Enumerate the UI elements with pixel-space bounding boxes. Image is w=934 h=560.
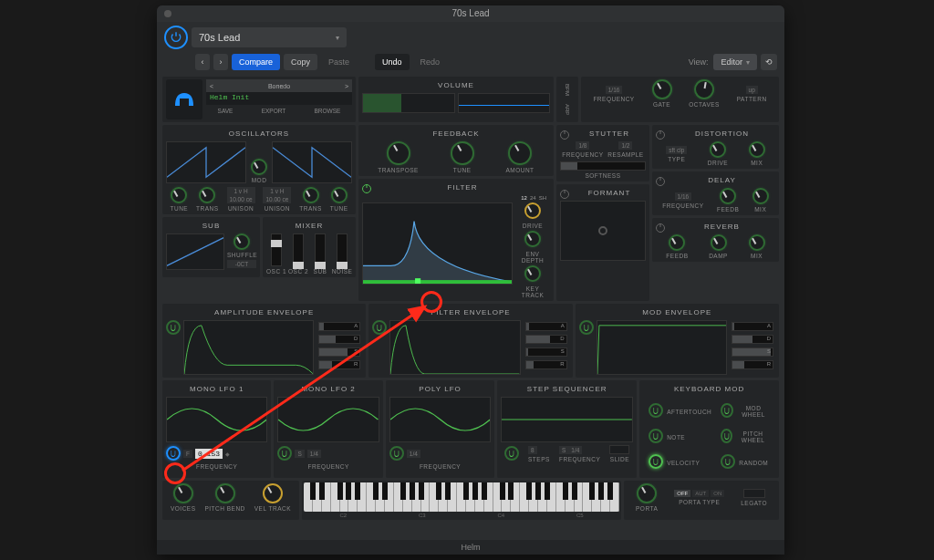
- export-button[interactable]: EXPORT: [262, 108, 286, 114]
- compare-button[interactable]: Compare: [232, 54, 280, 70]
- arp-pattern-value[interactable]: up: [746, 86, 758, 94]
- filter-envdepth-knob[interactable]: [524, 231, 541, 247]
- filter-slope-12[interactable]: 12: [521, 195, 527, 201]
- delay-mix-knob[interactable]: [752, 188, 769, 204]
- step-slide[interactable]: [609, 445, 629, 454]
- filter-graph[interactable]: [362, 202, 513, 285]
- browse-button[interactable]: BROWSE: [314, 108, 340, 114]
- redo-button[interactable]: Redo: [413, 54, 448, 70]
- polylfo-display[interactable]: [389, 397, 491, 442]
- filter-env-mod-icon[interactable]: ⋃: [372, 320, 387, 335]
- osc1-unison-voices[interactable]: 1 v H: [227, 187, 255, 195]
- osc2-tune-knob[interactable]: [331, 187, 348, 203]
- window-close[interactable]: [164, 10, 171, 17]
- link-button[interactable]: ⟲: [761, 54, 777, 70]
- km-modwheel[interactable]: ⋃: [721, 403, 733, 418]
- osc1-tune-knob[interactable]: [171, 187, 187, 203]
- lfo1-display[interactable]: [166, 397, 267, 442]
- lfo2-display[interactable]: [277, 397, 379, 442]
- km-pitchwheel[interactable]: ⋃: [721, 429, 732, 443]
- reverb-mix-knob[interactable]: [749, 234, 765, 251]
- distortion-mix-knob[interactable]: [749, 141, 765, 158]
- undo-button[interactable]: Undo: [375, 54, 410, 70]
- legato-toggle[interactable]: [743, 489, 765, 498]
- preset-next[interactable]: >: [345, 83, 348, 89]
- volume-slider[interactable]: [362, 93, 455, 113]
- step-display[interactable]: [501, 397, 633, 442]
- paste-button[interactable]: Paste: [321, 54, 357, 70]
- osc1-trans-knob[interactable]: [199, 187, 215, 203]
- power-button[interactable]: [164, 26, 188, 49]
- copy-button[interactable]: Copy: [284, 54, 317, 70]
- vel-track-knob[interactable]: [263, 483, 283, 503]
- mixer-osc1[interactable]: [271, 233, 282, 266]
- lfo1-freq-value[interactable]: 0.153: [195, 449, 223, 459]
- osc2-unison-voices[interactable]: 1 v H: [263, 187, 291, 195]
- filter-drive-knob[interactable]: [524, 202, 541, 219]
- delay-power[interactable]: [656, 177, 665, 186]
- mixer-noise[interactable]: [337, 233, 348, 266]
- filt-a[interactable]: A: [525, 322, 567, 331]
- mod-env-graph[interactable]: [597, 320, 727, 375]
- preset-dropdown[interactable]: 70s Lead ▾: [192, 27, 347, 47]
- amp-env-mod-icon[interactable]: ⋃: [166, 320, 181, 335]
- osc2-display[interactable]: [272, 141, 352, 183]
- piano-keyboard[interactable]: [304, 482, 619, 512]
- km-velocity[interactable]: ⋃: [649, 454, 663, 469]
- polylfo-rate[interactable]: 1/4: [407, 450, 420, 458]
- mixer-sub[interactable]: [315, 233, 326, 266]
- mod-env-mod-icon[interactable]: ⋃: [579, 320, 594, 335]
- osc2-unison-detune[interactable]: 10.00 ce: [263, 195, 291, 203]
- formant-power[interactable]: [560, 190, 569, 199]
- reverb-feedb-knob[interactable]: [669, 234, 685, 251]
- lfo2-mod-source[interactable]: ⋃: [277, 446, 292, 461]
- portamento-knob[interactable]: [637, 483, 657, 503]
- stutter-softness[interactable]: [560, 161, 646, 171]
- mod-r[interactable]: R: [732, 360, 773, 369]
- arp-octaves-knob[interactable]: [694, 79, 714, 99]
- save-button[interactable]: SAVE: [218, 108, 234, 114]
- formant-xy[interactable]: [560, 201, 646, 261]
- amp-env-graph[interactable]: [183, 320, 314, 375]
- reverb-power[interactable]: [656, 223, 665, 233]
- km-aftertouch[interactable]: ⋃: [649, 403, 663, 418]
- osc1-unison-detune[interactable]: 10.00 ce: [227, 195, 255, 203]
- mixer-osc2[interactable]: [293, 233, 304, 266]
- lfo2-sync[interactable]: S: [295, 450, 304, 458]
- mod-d[interactable]: D: [732, 335, 773, 344]
- filt-d[interactable]: D: [525, 335, 567, 344]
- km-random[interactable]: ⋃: [721, 454, 735, 469]
- filt-r[interactable]: R: [525, 360, 567, 369]
- filter-slope-24[interactable]: 24: [530, 195, 536, 201]
- porta-type-toggle[interactable]: OFFAUTON: [674, 490, 724, 497]
- reverb-damp-knob[interactable]: [711, 234, 727, 251]
- mod-s[interactable]: S: [732, 347, 773, 357]
- stutter-power[interactable]: [560, 130, 569, 140]
- stutter-freq-value[interactable]: 1/8: [576, 141, 589, 150]
- sub-display[interactable]: [166, 233, 224, 270]
- feedback-amount-knob[interactable]: [508, 141, 532, 165]
- lfo1-mod-source[interactable]: ⋃: [166, 446, 181, 461]
- voices-knob[interactable]: [173, 483, 193, 503]
- mod-a[interactable]: A: [732, 322, 773, 331]
- arp-freq-value[interactable]: 1/16: [606, 86, 623, 94]
- pitch-bend-knob[interactable]: [215, 483, 235, 503]
- arp-gate-knob[interactable]: [652, 79, 672, 99]
- view-dropdown[interactable]: Editor ▾: [713, 54, 757, 70]
- step-rate[interactable]: 1/4: [568, 446, 582, 454]
- nav-next[interactable]: ›: [213, 54, 228, 70]
- filter-keytrack-knob[interactable]: [524, 265, 541, 282]
- feedback-transpose-knob[interactable]: [387, 141, 410, 165]
- step-mod-source[interactable]: ⋃: [504, 446, 519, 461]
- preset-prev[interactable]: <: [210, 83, 213, 89]
- amp-s[interactable]: S: [318, 347, 360, 357]
- stutter-resample-value[interactable]: 1/2: [618, 141, 632, 150]
- filter-env-graph[interactable]: [389, 320, 520, 375]
- delay-feedb-knob[interactable]: [720, 188, 736, 204]
- preset-name-field[interactable]: Helm Init: [206, 92, 352, 105]
- osc-mod-knob[interactable]: [251, 159, 267, 175]
- lfo2-rate[interactable]: 1/4: [307, 450, 321, 458]
- polylfo-mod-source[interactable]: ⋃: [389, 446, 404, 461]
- km-note[interactable]: ⋃: [649, 429, 663, 443]
- filter-power[interactable]: [362, 184, 371, 193]
